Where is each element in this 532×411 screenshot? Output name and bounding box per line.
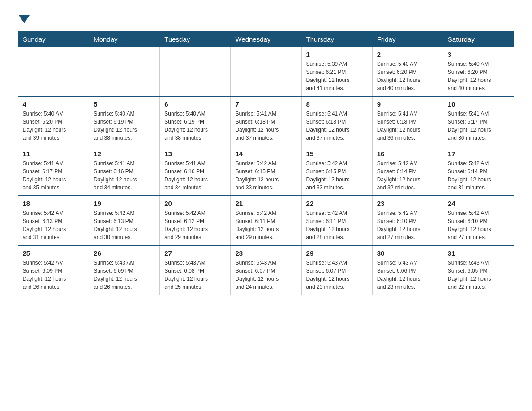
calendar-cell: 2Sunrise: 5:40 AM Sunset: 6:20 PM Daylig… xyxy=(372,47,443,97)
day-info: Sunrise: 5:42 AM Sunset: 6:10 PM Dayligh… xyxy=(377,209,438,241)
calendar-cell: 21Sunrise: 5:42 AM Sunset: 6:11 PM Dayli… xyxy=(231,196,301,245)
calendar-cell: 12Sunrise: 5:41 AM Sunset: 6:16 PM Dayli… xyxy=(89,146,160,196)
day-info: Sunrise: 5:40 AM Sunset: 6:20 PM Dayligh… xyxy=(23,110,85,142)
calendar-cell: 26Sunrise: 5:43 AM Sunset: 6:09 PM Dayli… xyxy=(89,245,160,295)
day-number: 3 xyxy=(448,51,510,58)
calendar-header: SundayMondayTuesdayWednesdayThursdayFrid… xyxy=(18,32,514,47)
week-row-1: 1Sunrise: 5:39 AM Sunset: 6:21 PM Daylig… xyxy=(18,47,514,97)
calendar-cell: 7Sunrise: 5:41 AM Sunset: 6:18 PM Daylig… xyxy=(231,96,301,146)
logo-arrow-icon xyxy=(19,15,30,23)
calendar-cell: 29Sunrise: 5:43 AM Sunset: 6:07 PM Dayli… xyxy=(301,245,372,295)
day-info: Sunrise: 5:41 AM Sunset: 6:18 PM Dayligh… xyxy=(235,110,296,142)
calendar-cell: 18Sunrise: 5:42 AM Sunset: 6:13 PM Dayli… xyxy=(18,196,89,245)
day-number: 20 xyxy=(164,200,226,207)
day-number: 23 xyxy=(377,200,438,207)
header-row: SundayMondayTuesdayWednesdayThursdayFrid… xyxy=(18,32,514,47)
day-number: 17 xyxy=(448,150,510,158)
day-info: Sunrise: 5:42 AM Sunset: 6:15 PM Dayligh… xyxy=(306,159,368,192)
day-info: Sunrise: 5:39 AM Sunset: 6:21 PM Dayligh… xyxy=(306,60,368,92)
logo xyxy=(18,13,30,22)
header-sunday: Sunday xyxy=(18,32,89,47)
day-info: Sunrise: 5:42 AM Sunset: 6:11 PM Dayligh… xyxy=(306,209,368,241)
day-number: 16 xyxy=(377,150,438,158)
header-thursday: Thursday xyxy=(301,32,372,47)
header-wednesday: Wednesday xyxy=(231,32,301,47)
day-info: Sunrise: 5:42 AM Sunset: 6:09 PM Dayligh… xyxy=(23,259,85,291)
page-header xyxy=(18,13,514,22)
day-info: Sunrise: 5:41 AM Sunset: 6:18 PM Dayligh… xyxy=(377,110,438,142)
day-info: Sunrise: 5:40 AM Sunset: 6:19 PM Dayligh… xyxy=(164,110,226,142)
day-number: 12 xyxy=(94,150,155,158)
day-info: Sunrise: 5:43 AM Sunset: 6:05 PM Dayligh… xyxy=(448,259,510,291)
day-info: Sunrise: 5:42 AM Sunset: 6:11 PM Dayligh… xyxy=(235,209,296,241)
day-number: 2 xyxy=(377,51,438,58)
calendar-table: SundayMondayTuesdayWednesdayThursdayFrid… xyxy=(18,31,514,295)
day-number: 14 xyxy=(235,150,296,158)
day-number: 28 xyxy=(235,249,296,257)
calendar-cell: 17Sunrise: 5:42 AM Sunset: 6:14 PM Dayli… xyxy=(443,146,514,196)
day-number: 5 xyxy=(94,100,155,108)
calendar-cell: 25Sunrise: 5:42 AM Sunset: 6:09 PM Dayli… xyxy=(18,245,89,295)
day-info: Sunrise: 5:40 AM Sunset: 6:20 PM Dayligh… xyxy=(448,60,510,92)
calendar-cell: 23Sunrise: 5:42 AM Sunset: 6:10 PM Dayli… xyxy=(372,196,443,245)
calendar-cell xyxy=(89,47,160,97)
day-number: 15 xyxy=(306,150,368,158)
day-number: 9 xyxy=(377,100,438,108)
day-info: Sunrise: 5:42 AM Sunset: 6:14 PM Dayligh… xyxy=(377,159,438,192)
day-info: Sunrise: 5:43 AM Sunset: 6:09 PM Dayligh… xyxy=(94,259,155,291)
day-number: 4 xyxy=(23,100,85,108)
day-info: Sunrise: 5:42 AM Sunset: 6:14 PM Dayligh… xyxy=(448,159,510,192)
day-number: 24 xyxy=(448,200,510,207)
calendar-cell: 28Sunrise: 5:43 AM Sunset: 6:07 PM Dayli… xyxy=(231,245,301,295)
day-info: Sunrise: 5:43 AM Sunset: 6:07 PM Dayligh… xyxy=(306,259,368,291)
week-row-3: 11Sunrise: 5:41 AM Sunset: 6:17 PM Dayli… xyxy=(18,146,514,196)
calendar-cell: 10Sunrise: 5:41 AM Sunset: 6:17 PM Dayli… xyxy=(443,96,514,146)
calendar-cell: 15Sunrise: 5:42 AM Sunset: 6:15 PM Dayli… xyxy=(301,146,372,196)
day-number: 13 xyxy=(164,150,226,158)
calendar-body: 1Sunrise: 5:39 AM Sunset: 6:21 PM Daylig… xyxy=(18,47,514,295)
day-number: 11 xyxy=(23,150,85,158)
day-info: Sunrise: 5:41 AM Sunset: 6:18 PM Dayligh… xyxy=(306,110,368,142)
calendar-cell: 1Sunrise: 5:39 AM Sunset: 6:21 PM Daylig… xyxy=(301,47,372,97)
calendar-cell: 6Sunrise: 5:40 AM Sunset: 6:19 PM Daylig… xyxy=(160,96,231,146)
day-info: Sunrise: 5:43 AM Sunset: 6:07 PM Dayligh… xyxy=(235,259,296,291)
day-info: Sunrise: 5:41 AM Sunset: 6:17 PM Dayligh… xyxy=(448,110,510,142)
day-number: 26 xyxy=(94,249,155,257)
calendar-cell: 4Sunrise: 5:40 AM Sunset: 6:20 PM Daylig… xyxy=(18,96,89,146)
day-number: 8 xyxy=(306,100,368,108)
day-number: 10 xyxy=(448,100,510,108)
day-number: 19 xyxy=(94,200,155,207)
header-tuesday: Tuesday xyxy=(160,32,231,47)
calendar-cell: 27Sunrise: 5:43 AM Sunset: 6:08 PM Dayli… xyxy=(160,245,231,295)
calendar-cell: 22Sunrise: 5:42 AM Sunset: 6:11 PM Dayli… xyxy=(301,196,372,245)
day-info: Sunrise: 5:42 AM Sunset: 6:13 PM Dayligh… xyxy=(23,209,85,241)
day-info: Sunrise: 5:41 AM Sunset: 6:16 PM Dayligh… xyxy=(94,159,155,192)
header-saturday: Saturday xyxy=(443,32,514,47)
day-number: 21 xyxy=(235,200,296,207)
calendar-cell: 13Sunrise: 5:41 AM Sunset: 6:16 PM Dayli… xyxy=(160,146,231,196)
day-number: 30 xyxy=(377,249,438,257)
day-info: Sunrise: 5:41 AM Sunset: 6:16 PM Dayligh… xyxy=(164,159,226,192)
day-number: 6 xyxy=(164,100,226,108)
week-row-4: 18Sunrise: 5:42 AM Sunset: 6:13 PM Dayli… xyxy=(18,196,514,245)
calendar-cell: 8Sunrise: 5:41 AM Sunset: 6:18 PM Daylig… xyxy=(301,96,372,146)
header-monday: Monday xyxy=(89,32,160,47)
week-row-2: 4Sunrise: 5:40 AM Sunset: 6:20 PM Daylig… xyxy=(18,96,514,146)
calendar-cell: 16Sunrise: 5:42 AM Sunset: 6:14 PM Dayli… xyxy=(372,146,443,196)
day-number: 22 xyxy=(306,200,368,207)
day-info: Sunrise: 5:41 AM Sunset: 6:17 PM Dayligh… xyxy=(23,159,85,192)
calendar-cell: 3Sunrise: 5:40 AM Sunset: 6:20 PM Daylig… xyxy=(443,47,514,97)
day-info: Sunrise: 5:43 AM Sunset: 6:08 PM Dayligh… xyxy=(164,259,226,291)
day-info: Sunrise: 5:42 AM Sunset: 6:13 PM Dayligh… xyxy=(94,209,155,241)
day-number: 18 xyxy=(23,200,85,207)
calendar-cell: 19Sunrise: 5:42 AM Sunset: 6:13 PM Dayli… xyxy=(89,196,160,245)
header-friday: Friday xyxy=(372,32,443,47)
day-info: Sunrise: 5:43 AM Sunset: 6:06 PM Dayligh… xyxy=(377,259,438,291)
calendar-cell: 24Sunrise: 5:42 AM Sunset: 6:10 PM Dayli… xyxy=(443,196,514,245)
calendar-cell: 9Sunrise: 5:41 AM Sunset: 6:18 PM Daylig… xyxy=(372,96,443,146)
day-info: Sunrise: 5:40 AM Sunset: 6:19 PM Dayligh… xyxy=(94,110,155,142)
calendar-cell: 14Sunrise: 5:42 AM Sunset: 6:15 PM Dayli… xyxy=(231,146,301,196)
day-number: 29 xyxy=(306,249,368,257)
calendar-cell: 11Sunrise: 5:41 AM Sunset: 6:17 PM Dayli… xyxy=(18,146,89,196)
day-info: Sunrise: 5:42 AM Sunset: 6:15 PM Dayligh… xyxy=(235,159,296,192)
